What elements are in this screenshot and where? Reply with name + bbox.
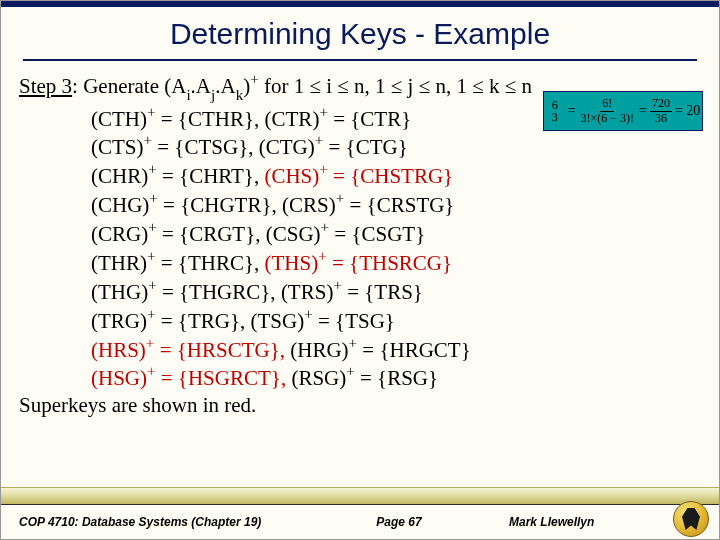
footer-author: Mark Llewellyn: [479, 515, 701, 529]
slide-title: Determining Keys - Example: [1, 7, 719, 59]
closure-line: (HSG)+ = {HSGRCT}, (RSG)+ = {RSG}: [91, 363, 701, 392]
closure-a: (CTS)+ = {CTSG},: [91, 135, 259, 159]
closure-a: (THG)+ = {THGRC},: [91, 280, 281, 304]
closure-b: (HRG)+ = {HRGCT}: [290, 338, 471, 362]
frac2-num: 720: [650, 97, 672, 111]
frac1-den: 3!×(6 − 3)!: [579, 112, 637, 125]
closure-b: (TRS)+ = {TRS}: [281, 280, 423, 304]
eq2: =: [639, 103, 647, 119]
sub-j: j: [211, 87, 215, 103]
closure-a: (THR)+ = {THRC},: [91, 251, 265, 275]
closure-line: (CTS)+ = {CTSG}, (CTG)+ = {CTG}: [91, 132, 701, 161]
closure-line: (THR)+ = {THRC}, (THS)+ = {THSRCG}: [91, 248, 701, 277]
closure-b: (CTR)+ = {CTR}: [265, 107, 412, 131]
closure-b: (CRS)+ = {CRSTG}: [282, 193, 454, 217]
closure-b: (RSG)+ = {RSG}: [291, 366, 438, 390]
gen-pre: Generate (A: [83, 74, 186, 98]
closure-line: (CHR)+ = {CHRT}, (CHS)+ = {CHSTRG}: [91, 161, 701, 190]
closure-a: (CRG)+ = {CRGT},: [91, 222, 266, 246]
closure-a: (CHR)+ = {CHRT},: [91, 164, 264, 188]
ucf-logo: [673, 501, 709, 537]
gen-plus: +: [250, 71, 259, 87]
footer-gradient: [1, 487, 719, 505]
binom-bot: 3: [552, 111, 558, 123]
slide-footer: COP 4710: Database Systems (Chapter 19) …: [1, 487, 719, 539]
closure-line: (THG)+ = {THGRC}, (TRS)+ = {TRS}: [91, 277, 701, 306]
gen-cond: for 1 ≤ i ≤ n, 1 ≤ j ≤ n, 1 ≤ k ≤ n: [259, 74, 532, 98]
closure-a: (CTH)+ = {CTHR},: [91, 107, 265, 131]
eq1: =: [568, 103, 576, 119]
closure-b: (TSG)+ = {TSG}: [251, 309, 395, 333]
closure-a: (CHG)+ = {CHGTR},: [91, 193, 282, 217]
footer-page: Page 67: [319, 515, 479, 529]
closure-b: (CTG)+ = {CTG}: [259, 135, 408, 159]
superkey-note: Superkeys are shown in red.: [19, 392, 701, 419]
closure-b: (CHS)+ = {CHSTRG}: [264, 164, 453, 188]
gen-m2: .A: [215, 74, 235, 98]
eq3: = 20: [675, 103, 700, 119]
closure-a: (TRG)+ = {TRG},: [91, 309, 251, 333]
closure-b: (THS)+ = {THSRCG}: [265, 251, 453, 275]
footer-course: COP 4710: Database Systems (Chapter 19): [19, 515, 319, 529]
closure-line: (CHG)+ = {CHGTR}, (CRS)+ = {CRSTG}: [91, 190, 701, 219]
sub-i: i: [186, 87, 190, 103]
step-label: Step 3: [19, 74, 72, 98]
frac1-num: 6!: [600, 97, 614, 111]
gen-m1: .A: [191, 74, 211, 98]
frac2-den: 36: [653, 112, 669, 125]
closure-line: (CRG)+ = {CRGT}, (CSG)+ = {CSGT}: [91, 219, 701, 248]
closure-b: (CSG)+ = {CSGT}: [266, 222, 426, 246]
closure-line: (TRG)+ = {TRG}, (TSG)+ = {TSG}: [91, 306, 701, 335]
closure-a: (HRS)+ = {HRSCTG},: [91, 338, 290, 362]
closure-lines: (CTH)+ = {CTHR}, (CTR)+ = {CTR}(CTS)+ = …: [19, 104, 701, 393]
closure-a: (HSG)+ = {HSGRCT},: [91, 366, 291, 390]
sub-k: k: [236, 87, 244, 103]
combinatorics-box: 6 3 = 6! 3!×(6 − 3)! = 720 36 = 20: [543, 91, 703, 131]
closure-line: (HRS)+ = {HRSCTG}, (HRG)+ = {HRGCT}: [91, 335, 701, 364]
